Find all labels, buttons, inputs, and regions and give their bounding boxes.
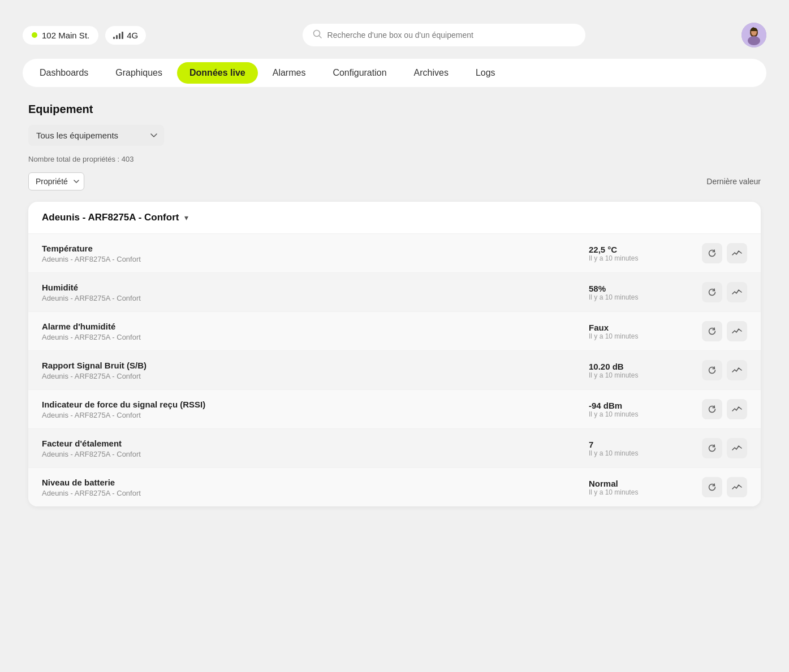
property-device: Adeunis - ARF8275A - Confort: [42, 372, 589, 380]
search-input[interactable]: [327, 31, 575, 40]
property-time: Il y a 10 minutes: [589, 488, 702, 496]
refresh-button[interactable]: [702, 399, 722, 419]
device-group-title: Adeunis - ARF8275A - Confort: [42, 212, 179, 223]
property-value: 58%: [589, 284, 702, 293]
property-value: -94 dBm: [589, 401, 702, 410]
chart-button[interactable]: [727, 321, 747, 341]
property-actions: [702, 477, 747, 497]
property-device: Adeunis - ARF8275A - Confort: [42, 294, 589, 302]
nav-item-alarmes[interactable]: Alarmes: [260, 62, 318, 84]
search-icon: [313, 29, 322, 41]
nav-item-configuration[interactable]: Configuration: [320, 62, 399, 84]
property-time: Il y a 10 minutes: [589, 293, 702, 301]
property-rows-container: Température Adeunis - ARF8275A - Confort…: [28, 233, 761, 506]
chart-button[interactable]: [727, 438, 747, 458]
location-badge[interactable]: 102 Main St.: [23, 26, 98, 45]
property-time: Il y a 10 minutes: [589, 410, 702, 418]
property-name: Niveau de batterie: [42, 478, 589, 487]
property-name: Humidité: [42, 283, 589, 292]
refresh-button[interactable]: [702, 477, 722, 497]
property-actions: [702, 282, 747, 302]
property-device: Adeunis - ARF8275A - Confort: [42, 489, 589, 497]
property-row: Indicateur de force du signal reçu (RSSI…: [28, 389, 761, 428]
property-value: Normal: [589, 479, 702, 488]
property-device: Adeunis - ARF8275A - Confort: [42, 333, 589, 341]
app-container: 102 Main St. 4G: [11, 11, 778, 661]
chart-button[interactable]: [727, 360, 747, 380]
property-value: Faux: [589, 323, 702, 332]
device-group: Adeunis - ARF8275A - Confort ▾ Températu…: [28, 202, 761, 506]
chart-button[interactable]: [727, 399, 747, 419]
property-time: Il y a 10 minutes: [589, 332, 702, 340]
property-time: Il y a 10 minutes: [589, 371, 702, 379]
property-value: 7: [589, 440, 702, 449]
device-group-header[interactable]: Adeunis - ARF8275A - Confort ▾: [28, 202, 761, 233]
signal-icon: [113, 31, 123, 39]
property-actions: [702, 438, 747, 458]
property-value-wrap: Normal Il y a 10 minutes: [589, 479, 702, 496]
property-value-wrap: 7 Il y a 10 minutes: [589, 440, 702, 457]
nav-bar: Dashboards Graphiques Données live Alarm…: [23, 59, 766, 87]
nav-item-logs[interactable]: Logs: [463, 62, 508, 84]
network-badge: 4G: [105, 26, 146, 45]
property-row: Alarme d'humidité Adeunis - ARF8275A - C…: [28, 311, 761, 350]
property-actions: [702, 243, 747, 263]
property-time: Il y a 10 minutes: [589, 254, 702, 262]
property-actions: [702, 360, 747, 380]
header-left: 102 Main St. 4G: [23, 26, 146, 45]
svg-point-4: [748, 36, 760, 45]
property-actions: [702, 399, 747, 419]
last-value-label: Dernière valeur: [706, 177, 761, 186]
property-actions: [702, 321, 747, 341]
chart-button[interactable]: [727, 243, 747, 263]
header: 102 Main St. 4G: [23, 23, 766, 47]
property-info: Facteur d'étalement Adeunis - ARF8275A -…: [42, 439, 589, 458]
location-label: 102 Main St.: [42, 31, 89, 40]
main-content: Equipement Tous les équipements Nombre t…: [23, 103, 766, 506]
chevron-down-icon: ▾: [184, 213, 188, 222]
avatar[interactable]: [741, 23, 766, 47]
property-time: Il y a 10 minutes: [589, 449, 702, 457]
property-info: Rapport Signal Bruit (S/B) Adeunis - ARF…: [42, 361, 589, 380]
property-info: Alarme d'humidité Adeunis - ARF8275A - C…: [42, 322, 589, 341]
property-device: Adeunis - ARF8275A - Confort: [42, 411, 589, 419]
property-value-wrap: 10.20 dB Il y a 10 minutes: [589, 362, 702, 379]
property-name: Rapport Signal Bruit (S/B): [42, 361, 589, 370]
filter-row: Propriété Dernière valeur: [28, 172, 761, 190]
property-value: 22,5 °C: [589, 245, 702, 254]
property-device: Adeunis - ARF8275A - Confort: [42, 255, 589, 263]
property-value-wrap: 22,5 °C Il y a 10 minutes: [589, 245, 702, 262]
refresh-button[interactable]: [702, 282, 722, 302]
nav-item-dashboards[interactable]: Dashboards: [27, 62, 101, 84]
refresh-button[interactable]: [702, 321, 722, 341]
property-name: Alarme d'humidité: [42, 322, 589, 331]
refresh-button[interactable]: [702, 243, 722, 263]
svg-line-1: [319, 36, 321, 38]
chart-button[interactable]: [727, 282, 747, 302]
property-value-wrap: Faux Il y a 10 minutes: [589, 323, 702, 340]
refresh-button[interactable]: [702, 360, 722, 380]
chart-button[interactable]: [727, 477, 747, 497]
nav-item-graphiques[interactable]: Graphiques: [103, 62, 175, 84]
property-value-wrap: 58% Il y a 10 minutes: [589, 284, 702, 301]
nav-item-archives[interactable]: Archives: [402, 62, 461, 84]
property-row: Humidité Adeunis - ARF8275A - Confort 58…: [28, 272, 761, 311]
property-value-wrap: -94 dBm Il y a 10 minutes: [589, 401, 702, 418]
equipment-select[interactable]: Tous les équipements: [28, 125, 164, 146]
refresh-button[interactable]: [702, 438, 722, 458]
property-info: Niveau de batterie Adeunis - ARF8275A - …: [42, 478, 589, 497]
search-bar[interactable]: [303, 24, 585, 46]
properties-count: Nombre total de propriétés : 403: [28, 155, 761, 163]
nav-item-donnees-live[interactable]: Données live: [177, 62, 258, 84]
property-info: Indicateur de force du signal reçu (RSSI…: [42, 400, 589, 419]
property-value: 10.20 dB: [589, 362, 702, 371]
property-name: Indicateur de force du signal reçu (RSSI…: [42, 400, 589, 409]
property-filter-select[interactable]: Propriété: [28, 172, 84, 190]
property-name: Facteur d'étalement: [42, 439, 589, 448]
property-name: Température: [42, 244, 589, 253]
property-info: Humidité Adeunis - ARF8275A - Confort: [42, 283, 589, 302]
property-info: Température Adeunis - ARF8275A - Confort: [42, 244, 589, 263]
property-row: Rapport Signal Bruit (S/B) Adeunis - ARF…: [28, 350, 761, 389]
equipment-select-wrap: Tous les équipements: [28, 125, 761, 146]
property-row: Facteur d'étalement Adeunis - ARF8275A -…: [28, 428, 761, 467]
